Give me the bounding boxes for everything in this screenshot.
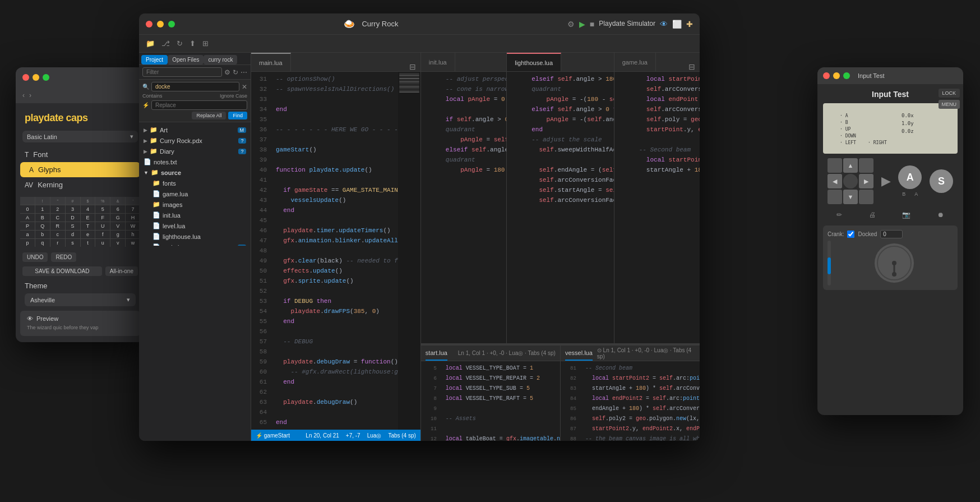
glyph-cell[interactable]: U <box>95 222 110 230</box>
glyph-cell[interactable]: P <box>20 222 35 230</box>
dpad-down-button[interactable]: ▼ <box>843 190 858 204</box>
a-button[interactable]: A <box>898 165 922 189</box>
more-icon[interactable]: ⋯ <box>241 68 247 76</box>
redo-button[interactable]: REDO <box>51 252 76 262</box>
docked-checkbox[interactable] <box>847 231 854 238</box>
sidebar-diary-folder[interactable]: ▶ 📁 Diary ? <box>139 146 251 156</box>
curry-rock-tab[interactable]: curry rock <box>204 55 237 65</box>
ignore-case-label[interactable]: Ignore Case <box>220 93 247 99</box>
split-icon[interactable]: ⊟ <box>409 62 416 71</box>
glyph-cell[interactable]: B <box>35 214 50 222</box>
glyph-cell[interactable]: 7 <box>126 205 140 213</box>
save-download-button[interactable]: SAVE & DOWNLOAD <box>22 266 102 276</box>
stop-icon[interactable]: ■ <box>590 20 594 29</box>
play-button[interactable]: ▶ <box>881 174 891 188</box>
glyph-cell[interactable]: T <box>81 222 95 230</box>
maximize-button[interactable] <box>43 74 49 81</box>
eye-icon[interactable]: 👁 <box>660 20 668 29</box>
crank-track[interactable] <box>828 241 831 285</box>
sidebar-art-folder[interactable]: ▶ 📁 Art M <box>139 125 251 135</box>
tab-main-lua[interactable]: main.lua <box>251 53 291 71</box>
tab-game-lua[interactable]: game.lua <box>614 53 656 71</box>
glyph-cell[interactable]: D <box>66 214 80 222</box>
start-lua-code[interactable]: 567891011121314 local VESSEL_TYPE_BOAT =… <box>421 361 560 441</box>
glyph-cell[interactable]: u <box>95 239 110 247</box>
glyph-cell[interactable]: 3 <box>66 205 80 213</box>
s-button[interactable]: S <box>930 169 953 193</box>
main-lua-code-area[interactable]: 3132333435363738394041424344454647484950… <box>251 72 420 430</box>
glyph-cell[interactable]: Q <box>35 222 50 230</box>
glyph-cell[interactable]: 5 <box>95 205 110 213</box>
glyph-cell[interactable]: t <box>81 239 95 247</box>
glyph-cell[interactable]: g <box>110 231 125 238</box>
sidebar-item-font[interactable]: T Font <box>16 147 145 162</box>
open-files-tab[interactable]: Open Files <box>168 55 204 65</box>
filter-settings-icon[interactable]: ⚙ <box>224 68 230 76</box>
glyph-cell[interactable]: 6 <box>110 205 125 213</box>
glyph-cell[interactable]: G <box>110 214 125 222</box>
project-tab[interactable]: Project <box>141 55 168 65</box>
sidebar-item-kerning[interactable]: AV Kerning <box>16 177 145 192</box>
glyph-cell[interactable]: H <box>126 214 140 222</box>
ide-close-button[interactable] <box>146 21 152 27</box>
find-button[interactable]: Find <box>228 112 247 119</box>
grid-icon[interactable]: ⊞ <box>200 38 211 49</box>
glyph-cell[interactable]: 4 <box>81 205 95 213</box>
glyph-cell[interactable]: W <box>126 222 140 230</box>
minimize-button[interactable] <box>33 74 39 81</box>
glyph-cell[interactable]: v <box>110 239 125 247</box>
glyph-cell[interactable]: r <box>50 239 65 247</box>
clear-search-icon[interactable]: ✕ <box>242 83 247 91</box>
sidebar-source-folder[interactable]: ▼ 📁 source <box>139 167 251 178</box>
run-icon[interactable]: ▶ <box>579 20 585 29</box>
back-arrow-icon[interactable]: ‹ <box>22 91 25 99</box>
crank-circle[interactable] <box>875 243 914 283</box>
replace-input[interactable] <box>151 100 247 110</box>
sim-minimize-button[interactable] <box>833 72 840 79</box>
glyph-cell[interactable]: R <box>50 222 65 230</box>
glyph-cell[interactable]: 0 <box>20 205 35 213</box>
lighthouse-code-area[interactable]: elseif self.angle > 180 and self.angle <… <box>507 72 613 343</box>
glyph-cell[interactable]: q <box>35 239 50 247</box>
glyph-cell[interactable]: f <box>95 231 110 238</box>
theme-dropdown[interactable]: Asheville ▾ <box>25 293 136 306</box>
vessel-lua-code[interactable]: 81828384858687888990 -- Second beam loca… <box>561 361 700 441</box>
undo-button[interactable]: UNDO <box>22 252 48 262</box>
start-lua-content[interactable]: local VESSEL_TYPE_BOAT = 1 local VESSEL_… <box>441 361 560 441</box>
init-code-content[interactable]: -- adjust perspective -- cone is narrowe… <box>441 72 506 343</box>
sidebar-notes-file[interactable]: 📄 notes.txt <box>139 156 251 167</box>
sidebar-lighthouse-lua[interactable]: 📄 lighthouse.lua <box>139 231 251 242</box>
unicode-range-selector[interactable]: Basic Latin ▾ <box>22 131 138 142</box>
glyph-cell[interactable]: h <box>126 231 140 238</box>
record-icon[interactable]: ⏺ <box>937 211 944 219</box>
sim-close-button[interactable] <box>823 72 830 79</box>
vessel-lua-tab-label[interactable]: vessel.lua <box>565 346 593 361</box>
vessel-lua-content[interactable]: -- Second beam local startPoint2 = self.… <box>581 361 700 441</box>
refresh-icon[interactable]: ↻ <box>233 68 238 76</box>
glyph-cell[interactable]: S <box>66 222 80 230</box>
plus-icon[interactable]: ✚ <box>686 20 693 29</box>
sidebar-pdx-folder[interactable]: ▶ 📁 Curry Rock.pdx ? <box>139 135 251 146</box>
sidebar-level-lua[interactable]: 📄 level.lua <box>139 220 251 231</box>
display-icon[interactable]: ⬜ <box>672 20 682 29</box>
lock-button[interactable]: LOCK <box>939 89 960 98</box>
glyph-cell[interactable]: p <box>20 239 35 247</box>
git-icon[interactable]: ⎇ <box>159 38 172 49</box>
glyph-cell[interactable]: a <box>20 231 35 238</box>
sync-icon[interactable]: ↻ <box>174 38 185 49</box>
start-lua-tab-label[interactable]: start.lua <box>426 346 447 361</box>
glyph-cell[interactable]: w <box>126 239 140 247</box>
save-dropdown[interactable]: All-in-one <box>105 266 138 276</box>
glyph-cell[interactable]: d <box>66 231 80 238</box>
sidebar-init-lua[interactable]: 📄 init.lua <box>139 210 251 220</box>
glyph-cell[interactable]: 2 <box>50 205 65 213</box>
folder-icon[interactable]: 📁 <box>144 38 157 49</box>
code-content[interactable]: -- optionsShow() -- spawnVesselsInAllDir… <box>271 72 398 430</box>
sidebar-item-glyphs[interactable]: A Glyphs <box>20 162 140 177</box>
glyph-cell[interactable]: V <box>110 222 125 230</box>
glyph-cell[interactable]: 1 <box>35 205 50 213</box>
glyph-cell[interactable]: s <box>66 239 80 247</box>
lighthouse-code-content[interactable]: elseif self.angle > 180 and self.angle <… <box>527 72 613 343</box>
upload-icon[interactable]: ⬆ <box>187 38 198 49</box>
sim-maximize-button[interactable] <box>843 72 850 79</box>
